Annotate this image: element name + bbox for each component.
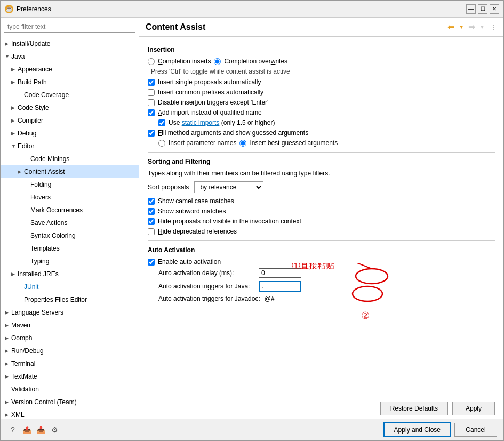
completion-inserts-radio[interactable] (148, 58, 155, 65)
back-button[interactable]: ⬅ (446, 22, 456, 32)
tree-item-code-minings[interactable]: Code Minings (1, 153, 139, 165)
tree-item-validation[interactable]: Validation (1, 383, 139, 396)
close-button[interactable]: ✕ (490, 4, 499, 14)
tree-arrow-textmate: ▶ (5, 372, 11, 381)
tree-item-terminal[interactable]: ▶ Terminal (1, 357, 139, 370)
disable-triggers-label[interactable]: Disable insertion triggers except 'Enter… (158, 99, 268, 106)
help-icon[interactable]: ? (7, 424, 19, 436)
enable-auto-checkbox[interactable] (148, 259, 155, 266)
show-subword-checkbox[interactable] (148, 208, 155, 215)
insert-params-row: Insert parameter names Insert best guess… (158, 139, 495, 147)
minimize-button[interactable]: — (466, 4, 476, 14)
tree-item-syntax-coloring[interactable]: Syntax Coloring (1, 229, 139, 242)
maximize-button[interactable]: ☐ (478, 4, 487, 14)
use-static-label[interactable]: Use static imports (only 1.5 or higher) (169, 119, 275, 126)
auto-javadoc-row: Auto activation triggers for Javadoc: @# (148, 295, 495, 302)
tree-item-mark-occurrences[interactable]: Mark Occurrences (1, 204, 139, 217)
tree-item-debug[interactable]: ▶ Debug (1, 127, 139, 140)
insert-param-radio[interactable] (158, 140, 165, 147)
tree-label-build-path: Build Path (18, 77, 47, 87)
search-box (1, 18, 139, 36)
apply-and-close-button[interactable]: Apply and Close (383, 422, 451, 437)
disable-triggers-row: Disable insertion triggers except 'Enter… (148, 99, 495, 106)
insert-param-label[interactable]: Insert parameter names (169, 139, 236, 147)
insert-single-checkbox[interactable] (148, 79, 155, 86)
tree-item-properties-files-editor[interactable]: Properties Files Editor (1, 293, 139, 306)
tree-label-typing: Typing (30, 256, 49, 266)
tree-label-hovers: Hovers (30, 193, 51, 202)
show-camel-checkbox[interactable] (148, 198, 155, 205)
tree-item-code-coverage[interactable]: Code Coverage (1, 89, 139, 101)
insert-best-label[interactable]: Insert best guessed arguments (250, 139, 338, 147)
use-static-checkbox[interactable] (158, 119, 165, 126)
auto-java-input[interactable] (259, 281, 301, 292)
hide-deprecated-label[interactable]: Hide deprecated references (158, 228, 237, 235)
completion-overwrites-label[interactable]: Completion overwrites (224, 58, 287, 65)
disable-triggers-checkbox[interactable] (148, 99, 155, 106)
tree-item-oomph[interactable]: ▶ Oomph (1, 332, 139, 344)
restore-defaults-button[interactable]: Restore Defaults (380, 402, 448, 415)
search-input[interactable] (4, 21, 135, 33)
enable-auto-label[interactable]: Enable auto activation (158, 258, 221, 266)
settings-icon[interactable]: ⚙ (49, 424, 60, 436)
apply-button[interactable]: Apply (452, 402, 495, 415)
tree-item-save-actions[interactable]: Save Actions (1, 217, 139, 229)
completion-radio-row: Completion inserts Completion overwrites (148, 58, 495, 65)
sorting-section-label: Sorting and Filtering (148, 158, 495, 165)
hide-proposals-label[interactable]: Hide proposals not visible in the invoca… (158, 218, 301, 225)
tree-item-compiler[interactable]: ▶ Compiler (1, 114, 139, 127)
tree-item-content-assist[interactable]: ▶ Content Assist (1, 165, 139, 178)
tree-item-editor[interactable]: ▼ Editor (1, 140, 139, 153)
auto-java-row: Auto activation triggers for Java: (148, 281, 495, 292)
completion-overwrites-radio[interactable] (214, 58, 221, 65)
tree-item-installed-jres[interactable]: ▶ Installed JREs (1, 268, 139, 280)
hide-deprecated-row: Hide deprecated references (148, 228, 495, 235)
show-subword-label[interactable]: Show subword matches (158, 207, 226, 215)
fill-method-checkbox[interactable] (148, 130, 155, 137)
insert-common-label[interactable]: Insert common prefixes automatically (158, 89, 263, 96)
tree-item-appearance[interactable]: ▶ Appearance (1, 63, 139, 76)
tree-item-xml[interactable]: ▶ XML (1, 408, 139, 419)
insert-common-checkbox[interactable] (148, 89, 155, 96)
forward-button[interactable]: ➡ (467, 22, 477, 32)
auto-delay-label: Auto activation delay (ms): (148, 269, 254, 277)
auto-fields: Auto activation delay (ms): Auto activat… (148, 268, 495, 302)
tree-arrow-compiler: ▶ (11, 116, 18, 125)
tree-item-textmate[interactable]: ▶ TextMate (1, 370, 139, 383)
tree-item-code-style[interactable]: ▶ Code Style (1, 101, 139, 114)
tree-item-junit[interactable]: JUnit (1, 280, 139, 293)
back-dropdown[interactable]: ▼ (457, 24, 466, 30)
tree-item-maven[interactable]: ▶ Maven (1, 319, 139, 332)
tree-item-version-control[interactable]: ▶ Version Control (Team) (1, 396, 139, 408)
tree-item-language-servers[interactable]: ▶ Language Servers (1, 306, 139, 319)
menu-button[interactable]: ⋮ (490, 23, 497, 31)
add-import-checkbox[interactable] (148, 109, 155, 116)
hide-proposals-checkbox[interactable] (148, 218, 155, 225)
insert-single-label[interactable]: Insert single proposals automatically (158, 78, 261, 86)
completion-inserts-label[interactable]: Completion inserts (158, 58, 211, 65)
tree-item-typing[interactable]: Typing (1, 255, 139, 268)
tree-item-folding[interactable]: Folding (1, 178, 139, 191)
sort-proposals-select[interactable]: by relevance alphabetically (194, 181, 263, 193)
tree-item-build-path[interactable]: ▶ Build Path (1, 76, 139, 89)
tree-label-save-actions: Save Actions (30, 218, 67, 228)
add-import-label[interactable]: Add import instead of qualified name (158, 109, 262, 116)
fill-method-label[interactable]: Fill method arguments and show guessed a… (158, 129, 308, 137)
tree-item-java[interactable]: ▼ Java (1, 50, 139, 63)
show-camel-label[interactable]: Show camel case matches (158, 197, 234, 205)
export-icon[interactable]: 📤 (21, 424, 33, 436)
import-icon[interactable]: 📥 (35, 424, 46, 436)
tree-item-templates[interactable]: Templates (1, 242, 139, 255)
forward-dropdown[interactable]: ▼ (478, 24, 486, 30)
tree-item-run-debug[interactable]: ▶ Run/Debug (1, 344, 139, 357)
type-filters-link[interactable]: type filters (299, 170, 328, 177)
tree-label-compiler: Compiler (18, 116, 43, 125)
cancel-button[interactable]: Cancel (454, 423, 497, 437)
insert-best-radio[interactable] (239, 140, 246, 147)
tree-item-install-update[interactable]: ▶ Install/Update (1, 37, 139, 50)
hide-deprecated-checkbox[interactable] (148, 228, 155, 235)
tree-item-hovers[interactable]: Hovers (1, 191, 139, 204)
tree-label-maven: Maven (11, 320, 30, 330)
auto-delay-input[interactable] (259, 268, 301, 278)
tree-arrow-terminal: ▶ (5, 359, 11, 368)
